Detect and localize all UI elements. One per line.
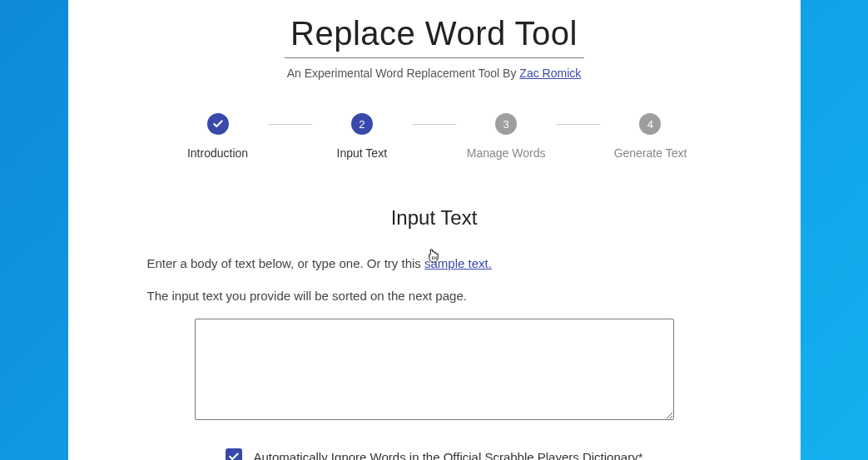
step-connector [556,124,600,125]
step-connector [268,124,312,125]
step-manage-words[interactable]: 3 Manage Words [456,113,556,160]
author-link[interactable]: Zac Romick [519,67,581,80]
instruction-prefix: Enter a body of text below, or type one.… [147,256,425,270]
title-underline [285,57,584,58]
step-input-text[interactable]: 2 Input Text [312,113,412,160]
step-introduction[interactable]: Introduction [168,113,268,160]
ignore-dictionary-row: Automatically Ignore Words in the Offici… [147,448,722,460]
content-area: Enter a body of text below, or type one.… [147,255,722,460]
instruction-text: Enter a body of text below, or type one.… [147,255,722,274]
step-label: Manage Words [467,146,546,160]
step-circle-pending: 3 [495,113,517,135]
check-icon [228,451,240,460]
stepper: Introduction 2 Input Text 3 Manage Words… [168,113,701,160]
note-text: The input text you provide will be sorte… [147,287,722,306]
page-subtitle: An Experimental Word Replacement Tool By… [68,67,801,80]
step-circle-active: 2 [351,113,373,135]
subtitle-prefix: An Experimental Word Replacement Tool By [287,67,520,80]
step-circle-pending: 4 [639,113,661,135]
body-text-input[interactable] [195,319,674,420]
sample-text-link[interactable]: sample text. [424,256,492,270]
ignore-dictionary-label: Automatically Ignore Words in the Offici… [254,450,643,461]
ignore-dictionary-checkbox[interactable] [226,448,242,460]
step-label: Generate Text [614,146,687,160]
page-title: Replace Word Tool [68,0,801,52]
section-title: Input Text [68,206,801,230]
check-icon [212,118,224,130]
textarea-wrap [147,319,722,420]
step-connector [412,124,456,125]
step-label: Input Text [337,146,387,160]
page-container: Replace Word Tool An Experimental Word R… [68,0,801,460]
step-circle-done [207,113,229,135]
step-generate-text[interactable]: 4 Generate Text [600,113,700,160]
step-label: Introduction [187,146,248,160]
